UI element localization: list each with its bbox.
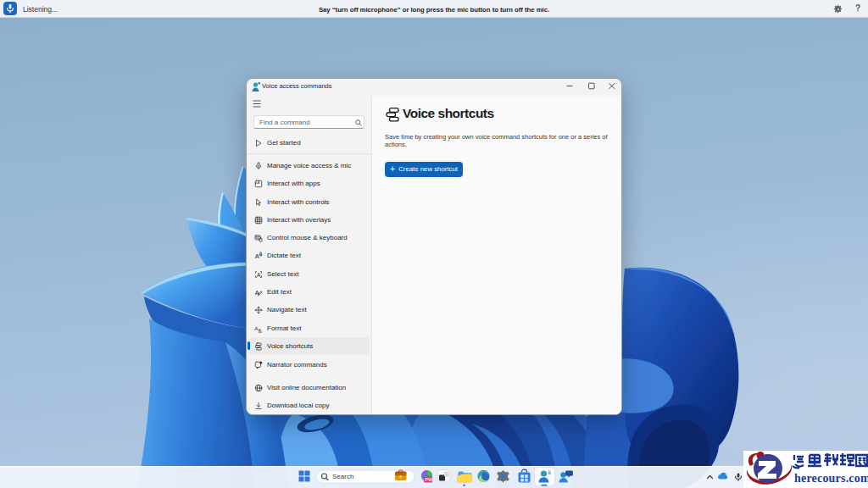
svg-text:a: a (259, 326, 261, 331)
svg-text:Search: Search (332, 473, 353, 480)
svg-text:A: A (257, 271, 261, 277)
svg-text:PW: PW (425, 477, 433, 482)
svg-text:A: A (255, 252, 259, 260)
